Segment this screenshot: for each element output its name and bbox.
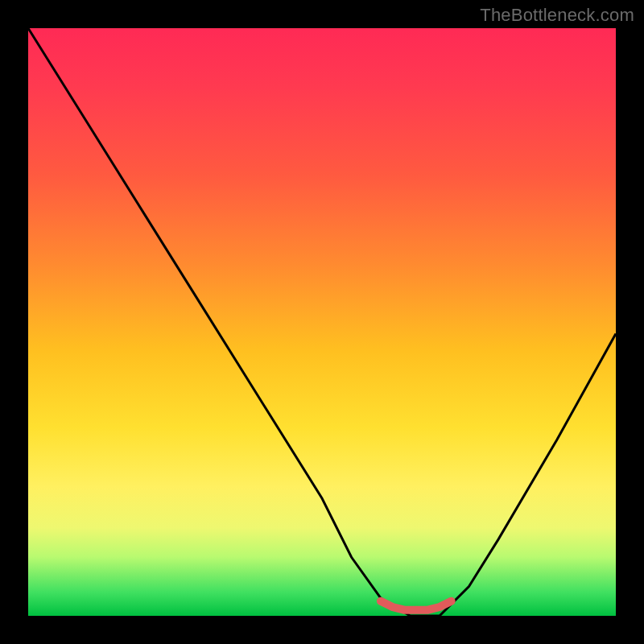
curve-layer xyxy=(28,28,616,616)
watermark-text: TheBottleneck.com xyxy=(480,5,634,26)
bottleneck-curve xyxy=(28,28,616,616)
chart-frame: TheBottleneck.com xyxy=(0,0,644,644)
optimal-range-highlight xyxy=(381,601,452,610)
plot-area xyxy=(28,28,616,616)
